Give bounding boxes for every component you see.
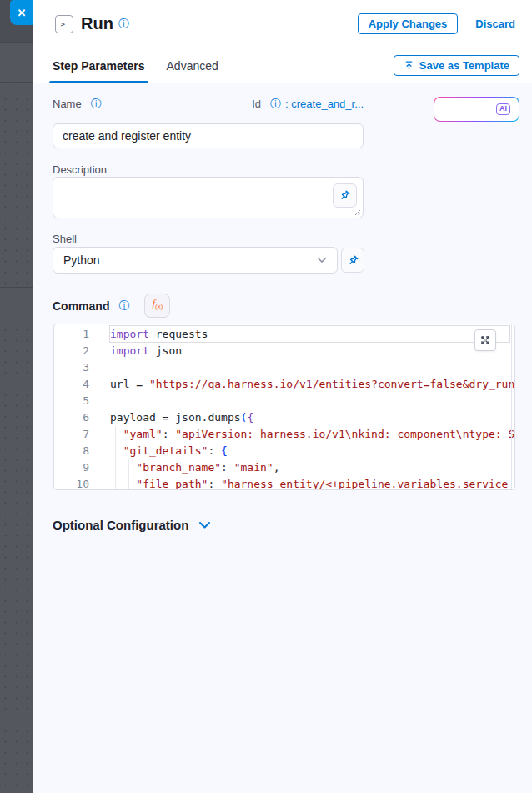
line-number: 1 [54,326,89,343]
optional-configuration-toggle[interactable]: Optional Configuration [53,518,211,532]
shell-pin-button[interactable] [341,248,364,273]
line-number: 4 [54,376,89,393]
background-canvas [0,0,33,793]
code-line[interactable]: 8 "git_details": { [54,443,514,459]
line-content: "git_details": { [110,443,228,459]
save-template-upload-icon [404,60,414,71]
chevron-down-icon [317,257,327,263]
line-number: 7 [54,426,89,443]
chevron-down-icon [198,521,211,530]
name-label: Name [53,98,82,110]
step-config-drawer: >_ Run ⓘ Apply Changes Discard Step Para… [33,0,532,793]
editor-scrollbar[interactable] [511,324,512,489]
code-line[interactable]: 7 "yaml": "apiVersion: harness.io/v1\nki… [54,426,514,443]
tab-step-parameters[interactable]: Step Parameters [53,48,145,83]
optional-configuration-label: Optional Configuration [53,518,188,532]
line-content: import json [110,343,182,359]
canvas-dot-grid [0,324,33,793]
step-parameters-panel: Name ⓘ Id ⓘ : create_and_r... Enhance AI… [33,83,532,793]
apply-changes-button[interactable]: Apply Changes [358,13,459,34]
resize-handle[interactable] [354,209,361,216]
command-label: Command [53,299,109,313]
divider [0,287,33,288]
line-number: 2 [54,343,89,359]
line-content: url = "https://qa.harness.io/v1/entities… [110,376,514,393]
line-content: import requests [110,326,208,343]
code-line[interactable]: 6payload = json.dumps({ [54,409,514,426]
page-title: Run [81,14,113,33]
expand-icon [479,334,491,346]
id-label: Id [252,98,261,110]
run-step-terminal-icon: >_ [55,15,73,33]
line-content: "branch_name": "main", [110,459,280,476]
command-info-icon[interactable]: ⓘ [118,300,129,311]
description-textarea[interactable] [53,177,364,218]
description-label: Description [53,163,107,176]
discard-button[interactable]: Discard [475,18,515,30]
id-value[interactable]: : create_and_r... [285,98,364,110]
description-pin-button[interactable] [333,183,357,208]
shell-select[interactable]: Python [53,247,338,274]
step-id: Id ⓘ : create_and_r... [252,98,364,110]
line-number: 6 [54,409,89,426]
drawer-close-button[interactable]: ✕ [10,0,33,25]
command-code-editor[interactable]: 1import requests2import json34url = "htt… [53,324,515,490]
line-content: "yaml": "apiVersion: harness.io/v1\nkind… [110,426,514,443]
editor-expand-button[interactable] [474,329,496,351]
line-number: 9 [54,459,89,476]
close-icon: ✕ [18,7,27,19]
id-info-icon[interactable]: ⓘ [270,98,281,109]
tab-bar: Step Parameters Advanced Save as Templat… [33,48,532,83]
expression-fx-button[interactable]: f(x) [144,294,170,318]
pin-icon [339,189,351,202]
tab-advanced[interactable]: Advanced [167,48,218,83]
screen: ✕ >_ Run ⓘ Apply Changes Discard Step Pa… [0,0,532,793]
divider [0,324,33,324]
divider [0,82,33,83]
shell-label: Shell [53,233,77,245]
name-input[interactable] [53,123,364,148]
ai-badge: AI [496,103,510,115]
code-line[interactable]: 9 "branch_name": "main", [54,459,514,476]
divider [0,42,33,43]
code-line[interactable]: 5 [54,393,514,409]
enhance-ai-button[interactable]: Enhance AI [434,97,519,122]
shell-selected-value: Python [63,253,100,267]
save-as-template-button[interactable]: Save as Template [394,55,519,76]
drawer-header: >_ Run ⓘ Apply Changes Discard [33,0,532,48]
line-number: 8 [54,443,89,459]
line-content: "file_path": "harness_entity/<+pipeline.… [110,476,514,490]
code-line[interactable]: 10 "file_path": "harness_entity/<+pipeli… [54,476,514,490]
line-number: 5 [54,393,89,409]
canvas-dot-grid [0,83,33,287]
code-line[interactable]: 1import requests [54,326,514,343]
pin-icon [347,254,359,267]
code-line[interactable]: 3 [54,359,514,376]
code-line[interactable]: 2import json [54,343,514,359]
code-line[interactable]: 4url = "https://qa.harness.io/v1/entitie… [54,376,514,393]
line-content: payload = json.dumps({ [110,409,253,426]
line-number: 10 [54,476,89,490]
name-info-icon[interactable]: ⓘ [91,98,102,109]
code-lines: 1import requests2import json34url = "htt… [54,326,514,490]
step-info-icon[interactable]: ⓘ [118,18,129,29]
line-number: 3 [54,359,89,376]
